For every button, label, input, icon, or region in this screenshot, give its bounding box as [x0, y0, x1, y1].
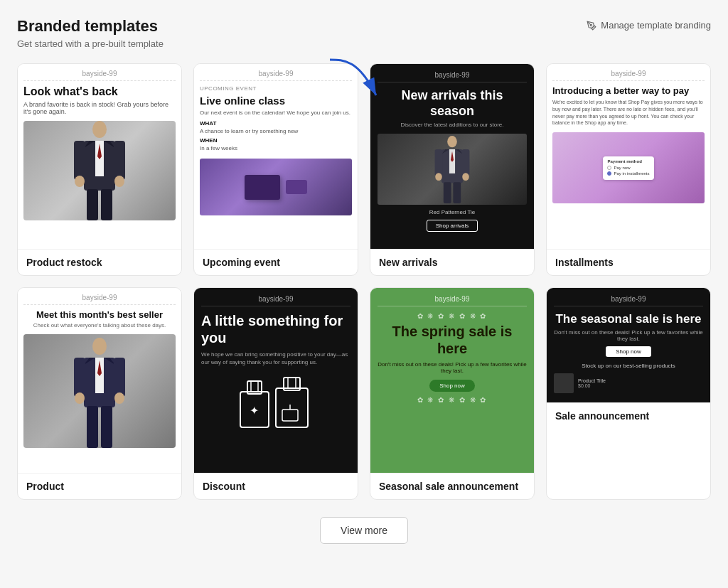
pay-now-label: Pay now [614, 166, 630, 170]
product-headline: Meet this month's best seller [23, 309, 176, 320]
svg-point-0 [591, 24, 592, 26]
store-name-8: bayside-99 [554, 295, 703, 306]
installments-headline: Introducing a better way to pay [552, 85, 705, 96]
template-card-product-restock[interactable]: bayside-99 Look what's back A brand favo… [17, 63, 182, 276]
discount-preview: bayside-99 A little something for you We… [194, 288, 358, 473]
svg-rect-13 [101, 189, 112, 220]
seasonal-floral-bottom: ✿ ❋ ✿ ❋ ✿ ❋ ✿ [378, 396, 527, 404]
svg-rect-24 [444, 182, 451, 203]
store-name-6: bayside-99 [201, 295, 350, 306]
seasonal-floral-top: ✿ ❋ ✿ ❋ ✿ ❋ ✿ [378, 312, 527, 320]
arrivals-product-image [378, 134, 527, 205]
svg-rect-47 [282, 410, 298, 421]
suit-figure-1 [71, 121, 128, 220]
sale-sub: Don't miss out on these deals! Pick up a… [554, 329, 703, 342]
template-card-seasonal-sale[interactable]: bayside-99 ✿ ❋ ✿ ❋ ✿ ❋ ✿ The spring sale… [370, 287, 535, 500]
view-more-container: View more [17, 517, 711, 544]
svg-point-34 [75, 392, 85, 404]
radio-installments [607, 171, 611, 176]
template-card-new-arrivals[interactable]: bayside-99 New arrivals this season Disc… [370, 63, 535, 276]
payment-option-2: Pay in installments [607, 171, 649, 176]
svg-text:✦: ✦ [250, 405, 259, 417]
template-label-sale-announcement: Sale announcement [547, 403, 710, 429]
seasonal-shop-btn[interactable]: Shop now [429, 380, 475, 392]
store-name-7: bayside-99 [378, 295, 527, 306]
svg-rect-36 [87, 406, 98, 448]
svg-rect-37 [101, 406, 112, 448]
svg-point-26 [92, 338, 107, 355]
svg-point-35 [114, 392, 124, 404]
sale-product-row: Product Title $0.00 [554, 373, 703, 393]
event-when-label: WHEN [200, 137, 352, 144]
installments-image: Payment method Pay now Pay in installmen… [552, 132, 705, 203]
templates-grid: bayside-99 Look what's back A brand favo… [17, 63, 711, 500]
event-headline: Live online class [200, 95, 352, 107]
sale-headline: The seasonal sale is here [554, 312, 703, 326]
template-card-discount[interactable]: bayside-99 A little something for you We… [193, 287, 358, 500]
radio-pay-now [607, 166, 611, 170]
sale-product-title: Product Title [578, 378, 606, 383]
event-product-image [200, 159, 352, 215]
seasonal-headline: The spring sale is here [378, 323, 527, 357]
manage-branding-link[interactable]: Manage template branding [587, 20, 711, 31]
suit-figure-3 [427, 136, 477, 203]
svg-rect-33 [114, 358, 125, 397]
template-label-seasonal-sale: Seasonal sale announcement [370, 474, 534, 499]
arrivals-product-name: Red Patterned Tie [378, 209, 527, 215]
product-sub: Check out what everyone's talking about … [23, 322, 176, 328]
view-more-button[interactable]: View more [320, 517, 408, 544]
suit-figure-5 [71, 338, 128, 448]
template-card-product[interactable]: bayside-99 Meet this month's best seller… [17, 287, 182, 500]
sale-product-price: $0.00 [578, 383, 606, 388]
svg-rect-12 [87, 189, 98, 220]
brush-icon [587, 21, 596, 31]
arrivals-shop-btn[interactable]: Shop arrivals [427, 220, 478, 232]
event-desc: Our next event is on the calendar! We ho… [200, 109, 352, 116]
template-label-upcoming-event: Upcoming event [194, 250, 358, 275]
arrivals-sub: Discover the latest additions to our sto… [378, 122, 527, 128]
svg-rect-32 [74, 358, 85, 397]
store-name-5: bayside-99 [23, 294, 176, 305]
svg-point-14 [447, 136, 457, 147]
page-title: Branded templates [17, 17, 164, 36]
page-subtitle: Get started with a pre-built template [17, 38, 164, 49]
template-label-installments: Installments [547, 250, 710, 275]
svg-point-22 [435, 173, 442, 181]
template-card-installments[interactable]: bayside-99 Introducing a better way to p… [546, 63, 711, 276]
template-label-discount: Discount [194, 474, 358, 499]
svg-rect-21 [462, 149, 470, 176]
payment-option-1: Pay now [607, 166, 649, 170]
installments-label: Pay in installments [614, 171, 649, 176]
sale-section-title: Stock up on our best-selling products [554, 363, 703, 369]
store-name-3: bayside-99 [378, 71, 527, 82]
sale-shop-btn[interactable]: Shop now [606, 346, 651, 357]
manage-branding-label: Manage template branding [601, 20, 711, 31]
svg-point-2 [92, 121, 107, 138]
sale-preview: bayside-99 The seasonal sale is here Don… [547, 288, 710, 402]
sale-product-image [554, 373, 574, 393]
svg-point-23 [462, 173, 469, 181]
template-card-upcoming-event[interactable]: bayside-99 UPCOMING EVENT Live online cl… [193, 63, 358, 276]
template-label-product: Product [18, 474, 181, 499]
template-card-sale-announcement[interactable]: bayside-99 The seasonal sale is here Don… [546, 287, 711, 500]
pillow-decoration [245, 175, 280, 200]
product-image [23, 334, 176, 448]
svg-rect-20 [435, 149, 443, 176]
gift-bags-icon: ✦ [237, 370, 315, 434]
svg-point-10 [75, 176, 85, 187]
event-what-label: WHAT [200, 120, 352, 127]
store-name-1: bayside-99 [23, 70, 176, 81]
event-what-value: A chance to learn or try something new [200, 128, 352, 134]
svg-rect-9 [114, 141, 125, 180]
store-name-4: bayside-99 [552, 70, 705, 81]
restock-sub: A brand favorite is back in stock! Grab … [23, 101, 176, 115]
store-name-2: bayside-99 [200, 70, 352, 81]
discount-headline: A little something for you [201, 312, 350, 346]
svg-rect-25 [453, 182, 461, 203]
payment-card-mock: Payment method Pay now Pay in installmen… [603, 156, 653, 180]
template-label-product-restock: Product restock [18, 250, 181, 275]
event-badge: UPCOMING EVENT [200, 85, 352, 92]
discount-body: We hope we can bring something positive … [201, 351, 350, 366]
restock-headline: Look what's back [23, 85, 176, 98]
svg-point-11 [114, 176, 124, 187]
